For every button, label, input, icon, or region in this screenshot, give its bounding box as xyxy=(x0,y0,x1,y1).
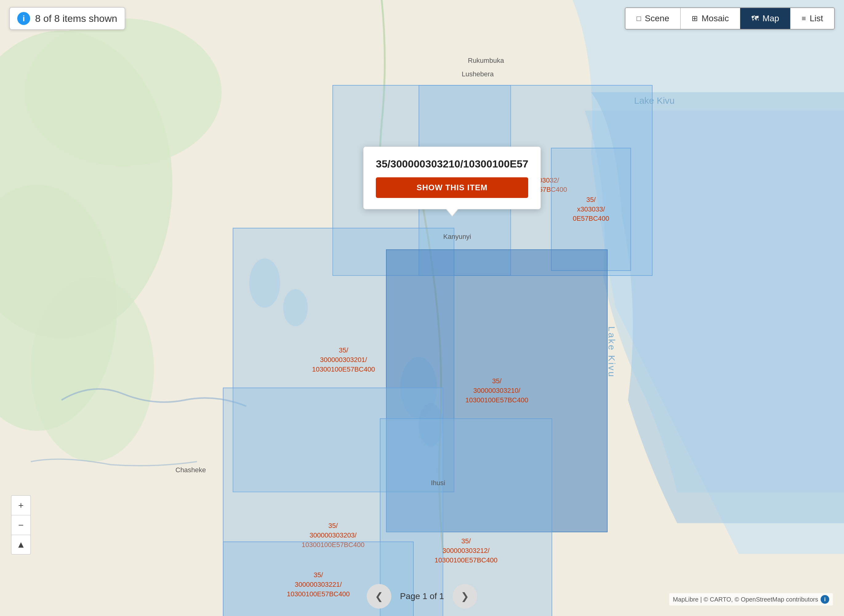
reset-bearing-button[interactable]: ▲ xyxy=(11,535,31,554)
tab-mosaic-label: Mosaic xyxy=(702,13,729,23)
info-icon: i xyxy=(17,12,30,25)
map-icon: 🗺 xyxy=(751,14,759,23)
svg-point-8 xyxy=(419,403,443,446)
next-page-button[interactable]: ❯ xyxy=(453,584,478,609)
items-count-badge: i 8 of 8 items shown xyxy=(9,7,125,30)
zoom-in-button[interactable]: + xyxy=(11,495,31,515)
svg-point-3 xyxy=(25,19,221,166)
tab-scene-label: Scene xyxy=(645,13,669,23)
svg-point-4 xyxy=(31,277,154,462)
view-tabs: □ Scene ⊞ Mosaic 🗺 Map ≡ List xyxy=(625,7,835,29)
tab-map[interactable]: 🗺 Map xyxy=(740,8,790,29)
tab-scene[interactable]: □ Scene xyxy=(626,8,681,29)
tab-list[interactable]: ≡ List xyxy=(790,8,834,29)
tab-map-label: Map xyxy=(762,13,779,23)
tab-list-label: List xyxy=(810,13,823,23)
page-indicator: Page 1 of 1 xyxy=(400,591,444,601)
map-container: 35/300000303023/10300100E57BC40035/30000… xyxy=(0,0,844,616)
attribution-info-icon[interactable]: i xyxy=(821,595,829,604)
scene-icon: □ xyxy=(636,14,641,23)
prev-page-button[interactable]: ❮ xyxy=(366,584,391,609)
list-icon: ≡ xyxy=(802,14,806,23)
zoom-out-button[interactable]: − xyxy=(11,515,31,535)
attribution-text: MapLibre | © CARTO, © OpenStreetMap cont… xyxy=(673,596,818,603)
map-popup: 35/300000303210/10300100E57 SHOW THIS IT… xyxy=(363,147,541,209)
map-attribution: MapLibre | © CARTO, © OpenStreetMap cont… xyxy=(669,593,833,606)
show-item-button[interactable]: SHOW THIS ITEM xyxy=(376,177,528,198)
popup-title: 35/300000303210/10300100E57 xyxy=(376,158,528,170)
map-controls: + − ▲ xyxy=(11,495,31,554)
tab-mosaic[interactable]: ⊞ Mosaic xyxy=(681,8,740,29)
svg-point-5 xyxy=(249,258,280,308)
svg-point-6 xyxy=(283,289,308,326)
pagination: ❮ Page 1 of 1 ❯ xyxy=(366,584,477,609)
mosaic-icon: ⊞ xyxy=(692,14,698,23)
map-background xyxy=(0,0,844,616)
items-count-text: 8 of 8 items shown xyxy=(35,13,117,24)
